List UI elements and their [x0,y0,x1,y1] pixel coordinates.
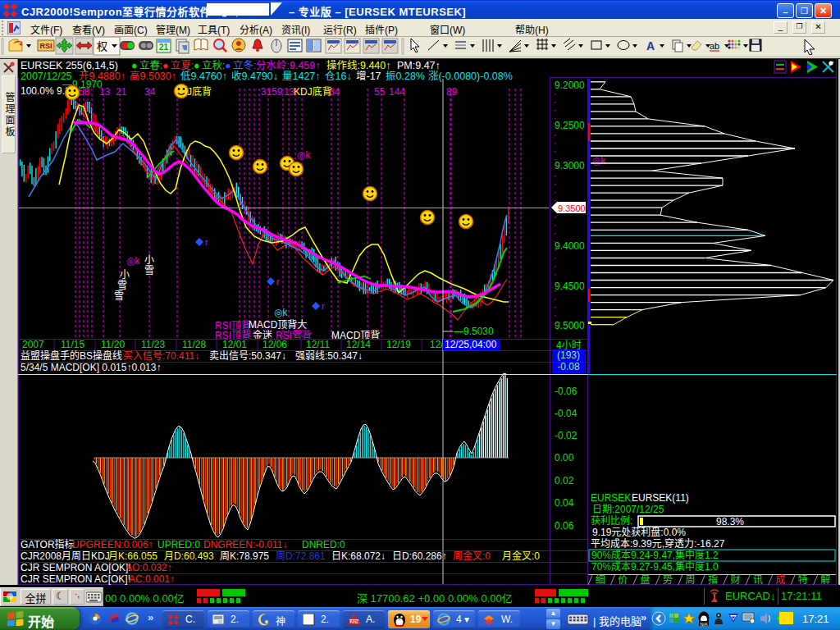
svg-text:90%成本9.24-9.47,集中度1.2: 90%成本9.24-9.47,集中度1.2 [591,549,719,561]
svg-text:增-17: 增-17 [356,70,381,82]
svg-text:讯: 讯 [753,574,763,585]
svg-text:UPRED:0: UPRED:0 [158,539,200,550]
svg-text:98.3%: 98.3% [716,516,744,527]
svg-text:权: 权 [97,40,107,52]
svg-text:DNGREEN:-0.011↓: DNGREEN:-0.011↓ [203,539,287,550]
svg-text:0.04: 0.04 [555,497,574,509]
svg-text:涨(-0.0080)-0.08%: 涨(-0.0080)-0.08% [428,70,513,82]
svg-text:r: r [322,301,325,311]
svg-text:周D:72.861: 周D:72.861 [276,550,326,562]
svg-text:收9.4790↓: 收9.4790↓ [231,71,278,82]
svg-text:EURSEK: EURSEK [591,492,631,504]
svg-text:平均成本:9.39元,穿透力:-16.27: 平均成本:9.39元,穿透力:-16.27 [591,537,725,550]
svg-text:12/19: 12/19 [386,339,411,350]
svg-text:财: 财 [730,574,740,585]
svg-text:细: 细 [596,574,605,585]
svg-text:特: 特 [798,573,808,585]
svg-text:低9.4760↑: 低9.4760↑ [180,71,227,82]
svg-text:●: ● [194,60,200,71]
svg-text:9.19元处获利盘:0.0%: 9.19元处获利盘:0.0% [592,526,686,538]
svg-text:N/A: N/A [700,622,708,627]
svg-text:月D:60.493: 月D:60.493 [164,550,214,562]
svg-text:12/14: 12/14 [346,339,371,350]
svg-text:—9.5030: —9.5030 [454,326,494,337]
svg-text:指: 指 [708,573,718,585]
svg-text:ab: ab [710,41,719,51]
svg-text:9.2000: 9.2000 [555,80,585,91]
svg-text:9.3000: 9.3000 [555,160,585,171]
svg-text:●: ● [131,60,138,71]
svg-text:-0.04: -0.04 [555,408,578,419]
svg-text:周K:78.975: 周K:78.975 [220,550,269,562]
svg-text:立夏:: 立夏: [171,59,194,71]
svg-text:RSI: RSI [39,42,52,50]
svg-text:13: 13 [99,86,111,98]
svg-text:◎k: ◎k [297,149,311,161]
svg-text:11/20: 11/20 [101,339,125,350]
svg-text:70%成本9.27-9.45,集中度1.0: 70%成本9.27-9.45,集中度1.0 [591,560,719,573]
svg-text:●: ● [225,60,231,71]
svg-text:-0.08: -0.08 [557,361,580,372]
svg-text:立冬:: 立冬: [233,59,256,71]
svg-text:58: 58 [79,86,90,98]
svg-text:立秋:: 立秋: [202,59,225,71]
svg-text:11/15: 11/15 [61,339,84,350]
svg-text:12/25,04:00: 12/25,04:00 [445,339,497,350]
svg-text:-0.06: -0.06 [555,386,578,397]
svg-text:12/11: 12/11 [306,339,330,350]
svg-text:强弱线:50.347↓: 强弱线:50.347↓ [295,350,363,362]
svg-text:成: 成 [775,574,785,585]
svg-text:55: 55 [374,86,386,98]
svg-text:89: 89 [446,86,458,98]
svg-text:益盟操盘手的BS操盘线: 益盟操盘手的BS操盘线 [21,349,122,362]
svg-text:9.5000: 9.5000 [555,320,585,331]
svg-text:2007: 2007 [22,339,44,350]
svg-text:卖出信号:50.347↓: 卖出信号:50.347↓ [209,350,286,362]
svg-text:仓16↓: 仓16↓ [325,71,352,82]
svg-text:盘: 盘 [641,573,651,585]
svg-text:DNRED:0: DNRED:0 [302,539,345,550]
svg-text:AC:0.001↑: AC:0.001↑ [129,573,175,585]
svg-text:高9.5030↑: 高9.5030↑ [130,70,176,82]
svg-text:r: r [205,237,208,247]
svg-text:21: 21 [159,43,169,52]
svg-text:0.06: 0.06 [555,520,574,532]
svg-text:KDJ底背: KDJ底背 [294,85,332,98]
svg-text:势: 势 [663,574,673,585]
svg-text:分水岭:9.459↑: 分水岭:9.459↑ [256,60,321,71]
svg-text:11/23: 11/23 [141,339,165,350]
svg-text:◎k: ◎k [592,155,606,167]
svg-text:(193): (193) [557,349,580,361]
svg-text:12/01: 12/01 [222,339,247,350]
svg-text:AO:0.032↑: AO:0.032↑ [126,562,172,573]
svg-text:9.2500: 9.2500 [555,120,585,131]
svg-text:EURSEK 255(6,14,5): EURSEK 255(6,14,5) [21,60,118,71]
svg-text:◎k: ◎k [274,307,288,318]
svg-text:雪: 雪 [117,280,127,291]
svg-text:144: 144 [389,86,405,98]
svg-text:9.4500: 9.4500 [555,281,585,292]
svg-text:月金叉:0: 月金叉:0 [502,550,540,562]
svg-text:A: A [646,39,655,52]
svg-text:月K:66.055: 月K:66.055 [108,550,158,562]
svg-text:◎k: ◎k [126,255,140,267]
svg-text:-0.02: -0.02 [555,430,578,441]
svg-text:12/06: 12/06 [262,339,287,350]
svg-text:MACD顶背大: MACD顶背大 [249,319,307,331]
svg-text:0.02: 0.02 [555,475,574,486]
svg-text:GATOR指标: GATOR指标 [21,538,75,550]
svg-text:立春:: 立春: [139,59,162,71]
svg-text:周金叉:0: 周金叉:0 [453,550,491,562]
svg-text:周: 周 [685,574,695,585]
svg-text:9.4000: 9.4000 [555,240,585,252]
svg-text:5/34/5 MACD[OK] 0.015↑0.013↑: 5/34/5 MACD[OK] 0.015↑0.013↑ [21,362,161,373]
svg-text:日K:68.072↓: 日K:68.072↓ [331,550,386,562]
svg-text:买入信号:70.411↓: 买入信号:70.411↓ [123,350,199,362]
svg-text:11/28: 11/28 [182,339,206,350]
svg-text:日D:60.286↑: 日D:60.286↑ [392,550,447,562]
svg-text:雪: 雪 [114,290,124,302]
svg-text:量1427↑: 量1427↑ [282,71,321,82]
svg-text:小: 小 [144,254,154,266]
svg-text:雪: 雪 [144,265,154,276]
svg-text:小: 小 [120,269,130,281]
